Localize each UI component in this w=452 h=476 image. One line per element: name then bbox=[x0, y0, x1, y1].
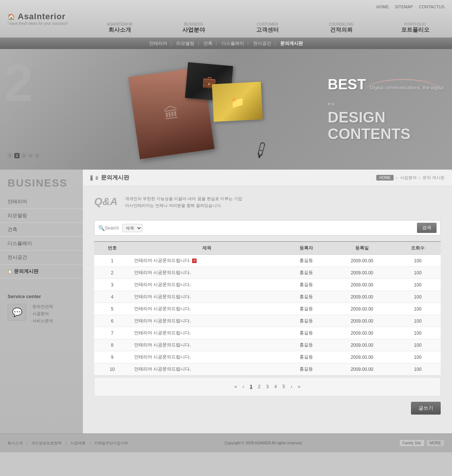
sub-nav-construction[interactable]: 건축 bbox=[199, 40, 217, 47]
nav-kr-asainterior: 회사소개 bbox=[83, 26, 157, 34]
logo-subtitle: I have fresh ideas for your success!! bbox=[8, 21, 68, 26]
table-row: 2 인테리어 시공문의드립니다, 홍길동 2009.00.00 100 bbox=[94, 267, 441, 279]
breadcrumb-home[interactable]: HOME bbox=[376, 175, 394, 181]
sub-nav-interior[interactable]: 인테리어 bbox=[145, 40, 172, 47]
cell-number: 5 bbox=[94, 303, 130, 315]
logo-title[interactable]: 🏠 AsaInterior bbox=[8, 12, 68, 21]
family-site-label[interactable]: Family Site bbox=[399, 439, 425, 447]
service-center-content: 💬 온라인건적 시공문의 서비스문의 bbox=[8, 304, 75, 324]
service-link-online[interactable]: 온라인건적 bbox=[30, 304, 75, 309]
cell-title[interactable]: 인테리어 시공문의드립니다, bbox=[130, 327, 283, 339]
cell-views: 100 bbox=[395, 315, 441, 327]
cell-title[interactable]: 인테리어 시공문의드립니다, bbox=[130, 267, 283, 279]
sidebar-item-display[interactable]: 디스플레이 bbox=[0, 237, 83, 251]
footer-link-email[interactable]: 이메일무단수집거부 bbox=[94, 441, 128, 446]
cell-date: 2009.00.00 bbox=[329, 327, 395, 339]
pagination-page-4[interactable]: 4 bbox=[272, 383, 279, 390]
search-input[interactable] bbox=[142, 224, 417, 232]
nav-item-asainterior[interactable]: ASAINTERIOR 회사소개 bbox=[83, 19, 157, 37]
top-nav-home[interactable]: HOME bbox=[376, 5, 391, 9]
speech-bubble-icon: 💬 bbox=[12, 308, 22, 317]
pagination-page-1[interactable]: 1 bbox=[248, 383, 254, 390]
new-icon: N bbox=[192, 259, 197, 263]
hero-dot-4[interactable]: 4 bbox=[28, 153, 33, 158]
cell-author: 홍길동 bbox=[283, 363, 329, 375]
footer-link-partnership[interactable]: 사업제휴 bbox=[70, 441, 90, 446]
footer-copyright: Copyright © 2009 ASAWEB All rights reser… bbox=[224, 441, 303, 445]
footer-link-about[interactable]: 회사소개 bbox=[8, 441, 27, 446]
footer-link-privacy[interactable]: 개인정보보호정책 bbox=[31, 441, 66, 446]
hero-section: 2 1 2 3 4 5 🏛 💼 📁 🖊 bbox=[0, 49, 452, 170]
cell-views: 100 bbox=[395, 291, 441, 303]
breadcrumb-sep-1: > bbox=[396, 176, 398, 180]
sidebar-item-exhibition[interactable]: 전시공간 bbox=[0, 251, 83, 265]
page-header: 문의게시판 HOME > 사업분야 > 문의 게시판 bbox=[83, 170, 452, 186]
write-button[interactable]: 글쓰기 bbox=[411, 402, 441, 415]
pagination-prev[interactable]: ‹ bbox=[241, 383, 246, 390]
search-select[interactable]: 제목 bbox=[122, 224, 142, 232]
cell-date: 2009.00.00 bbox=[329, 291, 395, 303]
more-button[interactable]: MORE bbox=[426, 439, 444, 447]
cell-title[interactable]: 인테리어 시공문의드립니다, bbox=[130, 363, 283, 375]
col-number: 번호 bbox=[94, 242, 130, 255]
service-link-construction[interactable]: 시공문의 bbox=[30, 311, 75, 317]
nav-kr-counseling: 건적의뢰 bbox=[304, 26, 378, 34]
sub-nav-remodeling[interactable]: 리모델링 bbox=[172, 40, 199, 47]
page-title-area: 문의게시판 bbox=[90, 174, 129, 181]
top-nav-contactus[interactable]: CONTACTUS bbox=[419, 5, 444, 9]
pagination-last[interactable]: » bbox=[296, 383, 302, 390]
pagination-page-3[interactable]: 3 bbox=[264, 383, 271, 390]
sub-nav-exhibition[interactable]: 전시공간 bbox=[249, 40, 276, 47]
cell-number: 6 bbox=[94, 315, 130, 327]
cell-title[interactable]: 인테리어 시공문의드립니다, bbox=[130, 339, 283, 351]
col-views: 조회수 bbox=[395, 242, 441, 255]
cell-author: 홍길동 bbox=[283, 351, 329, 363]
hero-design-label: DESIGN CONTENTS bbox=[328, 109, 444, 142]
nav-item-business[interactable]: BUSINESS 사업분야 bbox=[157, 19, 231, 37]
sub-nav-display[interactable]: 디스플레이 bbox=[217, 40, 249, 47]
sidebar-item-interior[interactable]: 인테리어 bbox=[0, 195, 83, 209]
logo-text: AsaInterior bbox=[18, 12, 66, 21]
cell-author: 홍길동 bbox=[283, 303, 329, 315]
sub-nav-qna[interactable]: 문의게시판 bbox=[276, 40, 307, 47]
cell-date: 2009.00.00 bbox=[329, 351, 395, 363]
pagination-page-2[interactable]: 2 bbox=[256, 383, 263, 390]
pagination-next[interactable]: › bbox=[289, 383, 294, 390]
cell-date: 2009.00.00 bbox=[329, 315, 395, 327]
hero-dot-3[interactable]: 3 bbox=[21, 153, 26, 158]
main-content: 문의게시판 HOME > 사업분야 > 문의 게시판 Q&A 개개인의 무한한 … bbox=[83, 170, 452, 433]
cell-date: 2009.00.00 bbox=[329, 267, 395, 279]
cell-author: 홍길동 bbox=[283, 279, 329, 291]
pagination: « ‹ 1 2 3 4 5 › » bbox=[94, 377, 441, 396]
cell-title[interactable]: 인테리어 시공문의드립니다, bbox=[130, 315, 283, 327]
sidebar-item-qna[interactable]: 📋 문의게시판 bbox=[0, 265, 83, 279]
cell-views: 100 bbox=[395, 327, 441, 339]
sidebar-item-remodeling[interactable]: 리모델링 bbox=[0, 209, 83, 223]
cell-number: 1 bbox=[94, 255, 130, 267]
table-row: 1 인테리어 시공문의드립니다.N 홍길동 2009.00.00 100 bbox=[94, 255, 441, 267]
breadcrumb-path1[interactable]: 사업분야 bbox=[400, 175, 417, 181]
nav-item-counseling[interactable]: COUNSELING 건적의뢰 bbox=[304, 19, 378, 37]
table-row: 7 인테리어 시공문의드립니다, 홍길동 2009.00.00 100 bbox=[94, 327, 441, 339]
footer-right: Family Site MORE bbox=[399, 439, 444, 447]
cell-title[interactable]: 인테리어 시공문의드립니다, bbox=[130, 279, 283, 291]
hero-dot-2[interactable]: 2 bbox=[14, 153, 20, 158]
nav-en-asainterior: ASAINTERIOR bbox=[83, 22, 157, 26]
cell-title[interactable]: 인테리어 시공문의드립니다, bbox=[130, 303, 283, 315]
nav-en-customer: CUSTOMER bbox=[231, 22, 304, 26]
cell-title[interactable]: 인테리어 시공문의드립니다.N bbox=[130, 255, 283, 267]
pagination-page-5[interactable]: 5 bbox=[281, 383, 287, 390]
nav-item-customer[interactable]: CUSTOMER 고객센터 bbox=[231, 19, 304, 37]
service-links: 온라인건적 시공문의 서비스문의 bbox=[30, 304, 75, 324]
cell-title[interactable]: 인테리어 시공문의드립니다, bbox=[130, 351, 283, 363]
pagination-first[interactable]: « bbox=[233, 383, 239, 390]
top-nav-sitemap[interactable]: SITEMAP bbox=[395, 5, 415, 9]
sub-nav-bar: 인테리어 리모델링 건축 디스플레이 전시공간 문의게시판 bbox=[0, 38, 452, 49]
cell-title[interactable]: 인테리어 시공문의드립니다, bbox=[130, 291, 283, 303]
nav-item-portfolio[interactable]: PORTFOLIO 포트폴리오 bbox=[378, 19, 452, 37]
hero-dot-1[interactable]: 1 bbox=[8, 153, 13, 158]
hero-dot-5[interactable]: 5 bbox=[35, 153, 40, 158]
service-link-service[interactable]: 서비스문의 bbox=[30, 318, 75, 324]
sidebar-item-construction[interactable]: 건축 bbox=[0, 223, 83, 237]
search-button[interactable]: 검색 bbox=[417, 223, 437, 233]
